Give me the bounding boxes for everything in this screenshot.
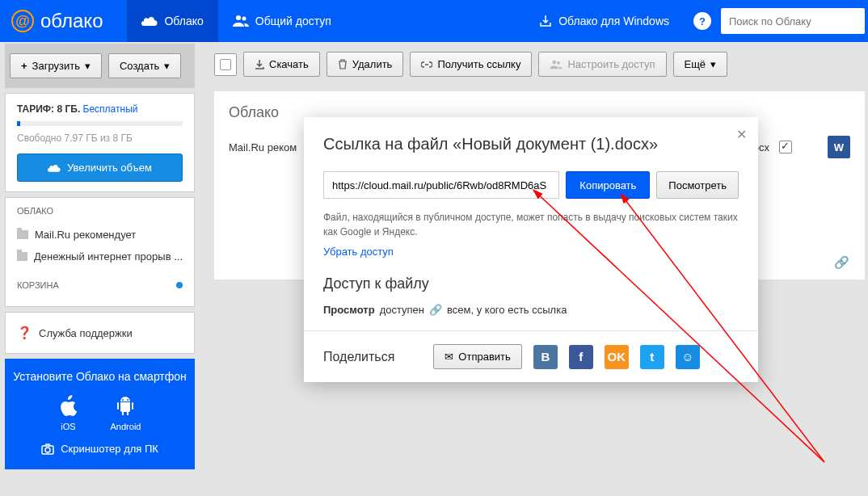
create-button[interactable]: Создать▾ <box>108 53 181 78</box>
sidebar-item-money[interactable]: Денежный интернет прорыв ... <box>17 246 183 267</box>
download-box-icon <box>539 15 552 27</box>
get-link-button[interactable]: Получить ссылку <box>410 52 532 77</box>
access-mode: Просмотр <box>323 304 375 316</box>
logo-at-icon: @ <box>11 10 34 32</box>
access-heading: Доступ к файлу <box>323 275 739 292</box>
trash-section-h[interactable]: КОРЗИНА <box>17 280 183 290</box>
download-button[interactable]: Скачать <box>243 52 320 77</box>
upload-button[interactable]: +Загрузить▾ <box>10 53 102 78</box>
search-input[interactable] <box>721 8 865 34</box>
file-checkbox[interactable] <box>779 141 792 153</box>
link-small-icon: 🔗 <box>429 304 442 316</box>
select-all-checkbox[interactable] <box>214 53 237 76</box>
send-button[interactable]: ✉Отправить <box>433 344 521 369</box>
folder-icon <box>17 252 27 261</box>
twitter-icon[interactable]: t <box>640 345 664 369</box>
copy-button[interactable]: Копировать <box>566 171 650 199</box>
modal-title: Ссылка на файл «Новый документ (1).docx» <box>323 135 739 153</box>
svg-point-3 <box>45 448 50 452</box>
share-label: Поделиться <box>323 350 394 364</box>
facebook-icon[interactable]: f <box>569 345 593 369</box>
remove-access-link[interactable]: Убрать доступ <box>323 246 394 258</box>
screenshoter-link[interactable]: Скриншотер для ПК <box>13 443 187 455</box>
increase-button[interactable]: Увеличить объем <box>17 153 183 182</box>
cloud-icon <box>141 15 158 27</box>
tariff-plan-link[interactable]: Бесплатный <box>83 103 138 115</box>
svg-point-0 <box>236 15 241 20</box>
apple-icon <box>59 394 78 417</box>
svg-point-1 <box>242 17 246 21</box>
promo-heading: Установите Облако на смартфон <box>13 370 187 383</box>
cloud-icon <box>48 163 61 173</box>
moimir-icon[interactable]: ☺ <box>676 345 700 369</box>
trash-icon <box>338 59 348 69</box>
configure-button[interactable]: Настроить доступ <box>538 52 666 77</box>
svg-point-5 <box>558 61 561 64</box>
android-link[interactable]: Android <box>111 394 141 431</box>
link-icon <box>421 60 432 69</box>
download-icon <box>255 60 264 69</box>
tab-cloud[interactable]: Облако <box>127 0 217 42</box>
ok-icon[interactable]: OK <box>605 345 629 369</box>
file1-label[interactable]: Mail.Ru реком <box>229 141 297 153</box>
vk-icon[interactable]: B <box>533 345 558 369</box>
logo[interactable]: @ облако <box>0 10 127 32</box>
help-icon[interactable]: ? <box>693 12 711 30</box>
view-button[interactable]: Посмотреть <box>656 171 739 199</box>
close-icon[interactable]: ✕ <box>736 127 747 142</box>
windows-link[interactable]: Облако для Windows <box>525 0 684 42</box>
logo-text: облако <box>40 10 103 32</box>
ios-link[interactable]: iOS <box>59 394 78 431</box>
sidebar-item-recommend[interactable]: Mail.Ru рекомендует <box>17 224 183 246</box>
android-icon <box>116 394 135 417</box>
link-indicator-icon: 🔗 <box>834 255 845 267</box>
cloud-section-h: ОБЛАКО <box>17 206 183 216</box>
share-modal: ✕ Ссылка на файл «Новый документ (1).doc… <box>304 117 758 382</box>
delete-button[interactable]: Удалить <box>327 52 404 77</box>
modal-note: Файл, находящийся в публичном доступе, м… <box>323 210 739 239</box>
question-icon: ❓ <box>17 326 32 340</box>
word-icon: W <box>828 136 850 158</box>
tariff-bar <box>17 121 183 126</box>
more-button[interactable]: Ещё▾ <box>673 52 728 77</box>
tariff-label: ТАРИФ: 8 ГБ. <box>17 103 80 115</box>
people-icon <box>233 15 249 27</box>
share-url-input[interactable] <box>323 171 559 199</box>
tariff-free: Свободно 7.97 ГБ из 8 ГБ <box>17 132 183 144</box>
support-link[interactable]: ❓Служба поддержки <box>17 321 183 345</box>
people-icon <box>550 60 563 69</box>
camera-icon <box>41 443 54 455</box>
tab-shared[interactable]: Общий доступ <box>218 0 346 42</box>
folder-icon <box>17 230 28 239</box>
dot-icon <box>176 282 183 288</box>
svg-point-4 <box>553 60 557 64</box>
